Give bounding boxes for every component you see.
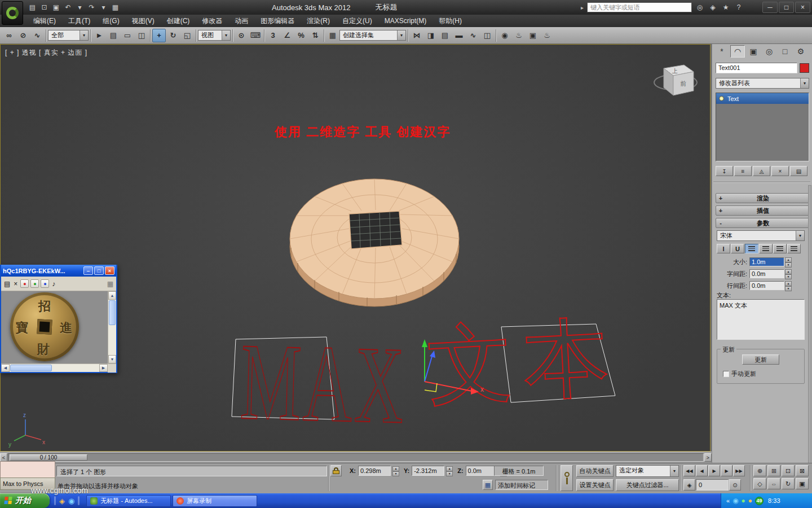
close-button[interactable]: × <box>105 266 114 275</box>
hide-icons-chevron-icon[interactable]: « <box>726 497 730 504</box>
angle-snap-icon[interactable]: ∠ <box>280 29 294 42</box>
go-to-start-button[interactable]: ◀◀ <box>683 465 695 476</box>
undo-dropdown-icon[interactable]: ▾ <box>74 2 85 12</box>
minimize-button[interactable]: ─ <box>762 2 778 13</box>
chevron-down-icon[interactable]: ▾ <box>670 466 678 476</box>
rollout-interpolation[interactable]: + 插值 <box>716 205 809 216</box>
object-name-field[interactable]: Text001 <box>716 63 797 73</box>
selection-region-icon[interactable]: ▭ <box>121 29 134 42</box>
ribbon-toggle-icon[interactable]: ▬ <box>452 29 466 42</box>
vertical-scrollbar[interactable]: ▲ ▼ <box>108 291 116 364</box>
key-filters-button[interactable]: 关键点过滤器... <box>616 479 679 491</box>
select-and-manipulate-icon[interactable]: ⊙ <box>235 29 248 42</box>
search-binoculars-icon[interactable]: ◎ <box>695 3 704 11</box>
align-icon[interactable]: ◨ <box>424 29 438 42</box>
record-green-icon[interactable]: ● <box>30 279 39 288</box>
wire-text-max[interactable]: MAX <box>239 320 408 446</box>
text-content-field[interactable]: MAX 文本 <box>717 299 805 340</box>
kerning-spinner[interactable]: ▲▼ <box>785 269 792 278</box>
curve-editor-icon[interactable]: ∿ <box>466 29 480 42</box>
add-time-tag-field[interactable]: 添加时间标记 <box>495 480 548 490</box>
menu-item[interactable]: MAXScript(M) <box>378 15 433 27</box>
scroll-right-icon[interactable]: ▶ <box>99 364 108 372</box>
selection-filter-dropdown[interactable]: 全部 ▾ <box>48 30 89 41</box>
tray-badge-count[interactable]: 49 <box>755 497 764 505</box>
pan-icon[interactable]: ⇔ <box>767 478 780 489</box>
maximize-button[interactable]: □ <box>94 266 104 275</box>
render-production-icon[interactable]: ♨ <box>540 29 554 42</box>
viewport-label[interactable]: [ + ] 透视 [ 真实 + 边面 ] <box>5 48 87 58</box>
perspective-viewport[interactable]: [ + ] 透视 [ 真实 + 边面 ] 使用 二维造字 工具 创建汉字 MAX… <box>0 44 710 452</box>
scroll-down-icon[interactable]: ▼ <box>108 355 116 364</box>
redo-icon[interactable]: ↷ <box>86 2 97 12</box>
font-dropdown[interactable]: 宋体 ▾ <box>717 230 805 241</box>
pin-stack-icon[interactable]: ↧ <box>716 166 733 176</box>
close-clip-icon[interactable]: × <box>14 280 17 288</box>
time-slider-handle[interactable]: 0 / 100 <box>10 454 87 461</box>
mirror-icon[interactable]: ⋈ <box>410 29 423 42</box>
size-field[interactable]: 1.0m <box>749 257 784 266</box>
quick-launch-handle[interactable] <box>54 496 56 505</box>
menu-item[interactable]: 编辑(E) <box>27 15 62 27</box>
maximize-button[interactable]: □ <box>779 2 794 13</box>
named-selection-sets-icon[interactable]: ▦ <box>326 29 339 42</box>
object-color-swatch[interactable] <box>800 63 809 73</box>
modifier-list-dropdown[interactable]: 修改器列表 ▾ <box>716 78 809 89</box>
zoom-all-icon[interactable]: ⊞ <box>767 465 780 476</box>
menu-item[interactable]: 动画 <box>228 15 254 27</box>
make-unique-icon[interactable]: ◬ <box>753 166 770 176</box>
select-by-name-icon[interactable]: ▤ <box>107 29 120 42</box>
panel-scrollbar[interactable] <box>808 185 811 501</box>
favorites-icon[interactable]: ★ <box>721 3 730 11</box>
schematic-view-icon[interactable]: ◫ <box>480 29 494 42</box>
menu-item[interactable]: 创建(C) <box>161 15 196 27</box>
help-icon[interactable]: ? <box>734 3 743 11</box>
current-frame-field[interactable]: 0 <box>696 479 729 491</box>
keyboard-override-icon[interactable]: ⌨ <box>249 29 262 42</box>
menu-item[interactable]: 工具(T) <box>62 15 96 27</box>
z-coordinate-field[interactable]: 0.0m <box>466 466 498 476</box>
configure-modifier-sets-icon[interactable]: ▤ <box>790 166 807 176</box>
zoom-extents-icon[interactable]: ⊡ <box>782 465 795 476</box>
undo-icon[interactable]: ↶ <box>63 2 73 12</box>
rollout-parameters[interactable]: - 参数 <box>716 218 809 228</box>
italic-button[interactable]: I <box>717 244 730 253</box>
start-button[interactable]: 开始 <box>0 493 50 508</box>
leading-spinner[interactable]: ▲▼ <box>785 281 792 290</box>
create-tab[interactable]: * <box>714 45 729 58</box>
layer-manager-icon[interactable]: ▤ <box>438 29 452 42</box>
taskbar-clock[interactable]: 8:33 <box>768 497 780 504</box>
application-menu-button[interactable] <box>2 1 23 25</box>
next-frame-button[interactable]: ▶ <box>721 465 732 476</box>
horizontal-scrollbar[interactable]: ◀ ▶ <box>1 364 116 372</box>
stack-item-text[interactable]: Text <box>716 93 809 104</box>
chevron-down-icon[interactable]: ▾ <box>397 30 405 40</box>
menu-item[interactable]: 渲染(R) <box>301 15 336 27</box>
spinner-snap-icon[interactable]: ⇅ <box>308 29 322 42</box>
coin-model[interactable] <box>290 179 459 306</box>
key-filter-selection-dropdown[interactable]: 选定对象 ▾ <box>616 465 679 477</box>
select-and-scale-icon[interactable]: ◱ <box>180 29 194 42</box>
y-coordinate-field[interactable]: -2.312m <box>412 466 444 476</box>
minimize-button[interactable]: ‒ <box>83 266 93 275</box>
quick-launch-handle[interactable] <box>78 496 80 505</box>
align-right-button[interactable] <box>773 244 787 253</box>
menu-item[interactable]: 视图(V) <box>126 15 161 27</box>
x-coordinate-field[interactable]: 0.298m <box>358 466 391 476</box>
menu-item[interactable]: 自定义(U) <box>336 15 378 27</box>
quick-launch-icon-1[interactable]: ◈ <box>59 497 65 505</box>
zoom-icon[interactable]: ⊕ <box>753 465 766 476</box>
macro-recorder-pane[interactable] <box>0 461 55 478</box>
project-folder-icon[interactable]: ▦ <box>110 2 121 12</box>
leading-field[interactable]: 0.0m <box>749 281 784 290</box>
align-center-button[interactable] <box>759 244 773 253</box>
play-button[interactable]: ▶ <box>708 465 720 476</box>
close-button[interactable]: × <box>795 2 810 13</box>
kerning-field[interactable]: 0.0m <box>749 269 784 278</box>
y-spinner[interactable]: ▲▼ <box>446 466 453 475</box>
redo-dropdown-icon[interactable]: ▾ <box>98 2 109 12</box>
playlist-icon[interactable]: ▤ <box>4 280 10 288</box>
grid-icon[interactable]: ▦ <box>107 280 113 288</box>
vertical-scroll-thumb[interactable] <box>109 300 116 325</box>
orbit-icon[interactable]: ↻ <box>782 478 795 489</box>
